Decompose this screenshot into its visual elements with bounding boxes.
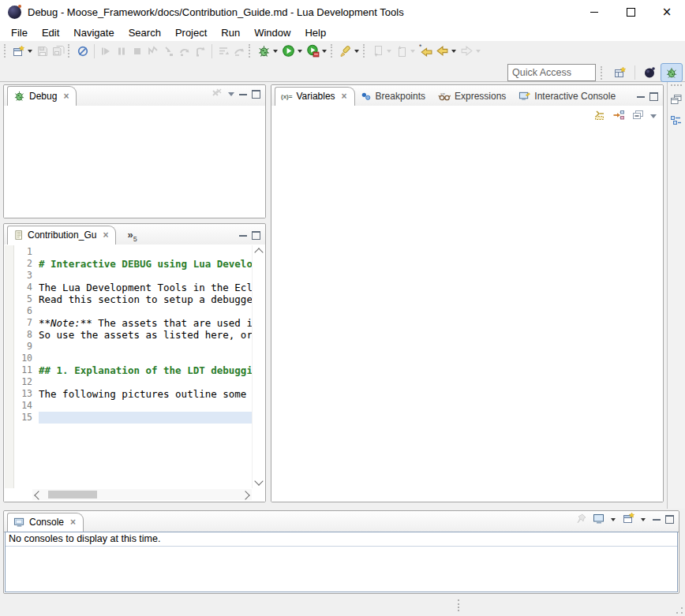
menu-item[interactable]: Window	[247, 25, 298, 40]
scrollbar-thumb[interactable]	[48, 491, 97, 498]
forward-button[interactable]	[459, 42, 475, 61]
lua-perspective-button[interactable]	[638, 63, 661, 82]
editor-maximize-icon[interactable]	[252, 231, 260, 240]
previous-annotation-button[interactable]	[394, 42, 410, 61]
tab-interactive-console[interactable]: Interactive Console	[513, 88, 623, 106]
toolbar-grip[interactable]	[601, 66, 605, 80]
back-button[interactable]	[434, 42, 451, 61]
open-console-dropdown[interactable]	[641, 518, 646, 521]
menu-item[interactable]: File	[4, 25, 35, 40]
new-wizard-button[interactable]	[11, 42, 27, 61]
toolbar-grip[interactable]	[331, 44, 335, 58]
run-dropdown[interactable]	[298, 50, 302, 53]
menu-item[interactable]: Run	[214, 25, 247, 40]
display-console-dropdown[interactable]	[611, 518, 616, 521]
editor-minimize-icon[interactable]	[239, 233, 247, 237]
menu-item[interactable]: Project	[168, 25, 214, 40]
new-wizard-dropdown[interactable]	[28, 50, 32, 53]
status-drag-handle[interactable]	[458, 599, 459, 611]
resume-button[interactable]	[98, 42, 114, 61]
console-maximize-icon[interactable]	[665, 515, 674, 524]
collapse-all-button[interactable]	[631, 109, 645, 124]
editor-horizontal-scrollbar[interactable]	[32, 489, 252, 500]
debug-maximize-icon[interactable]	[252, 90, 260, 99]
variables-view-content[interactable]	[271, 106, 663, 502]
toolbar-grip[interactable]	[363, 44, 367, 58]
scroll-down-icon[interactable]	[254, 476, 263, 485]
tab-variables[interactable]: (x)= Variables ×	[275, 87, 355, 106]
quick-access-input[interactable]	[507, 64, 596, 81]
toolbar-grip[interactable]	[249, 44, 253, 58]
terminate-button[interactable]	[129, 42, 145, 61]
external-tools-dropdown[interactable]	[322, 50, 327, 53]
toolbar-grip[interactable]	[68, 44, 72, 58]
menu-item[interactable]: Edit	[35, 25, 66, 40]
back-dropdown[interactable]	[451, 50, 456, 53]
step-return-button[interactable]	[193, 42, 208, 61]
step-into-button[interactable]	[161, 42, 177, 61]
variables-minimize-icon[interactable]	[637, 94, 645, 98]
menu-item[interactable]: Navigate	[66, 25, 121, 40]
tab-variables-close-icon[interactable]: ×	[342, 91, 347, 101]
maximize-window-button[interactable]	[612, 0, 649, 24]
open-perspective-button[interactable]	[609, 63, 631, 82]
debug-button[interactable]	[256, 42, 272, 61]
hidden-editors-chevron[interactable]: »5	[127, 229, 137, 245]
run-button[interactable]	[280, 42, 297, 61]
debug-minimize-icon[interactable]	[239, 91, 247, 95]
console-content[interactable]: No consoles to display at this time.	[5, 532, 678, 592]
external-tools-button[interactable]	[305, 42, 321, 61]
pin-console-button[interactable]	[575, 513, 588, 527]
variables-maximize-icon[interactable]	[649, 92, 658, 101]
show-logical-structure-button[interactable]	[612, 109, 626, 124]
mark-occurrences-dropdown[interactable]	[354, 50, 359, 53]
forward-dropdown[interactable]	[476, 50, 481, 53]
tab-breakpoints[interactable]: Breakpoints	[355, 88, 432, 106]
debug-dropdown[interactable]	[273, 50, 278, 53]
tab-console-close-icon[interactable]: ×	[70, 517, 76, 527]
outline-view-button[interactable]	[670, 114, 683, 129]
variables-view-menu-icon[interactable]	[650, 114, 657, 118]
editor-vertical-scrollbar[interactable]	[252, 245, 264, 488]
skip-all-breakpoints-button[interactable]	[75, 42, 91, 61]
scroll-left-icon[interactable]	[34, 491, 43, 499]
tab-expressions[interactable]: x= Expressions	[432, 88, 513, 106]
tab-debug-close-icon[interactable]: ×	[63, 91, 69, 101]
tab-editor-close-icon[interactable]: ×	[103, 230, 108, 240]
window-resize-grip[interactable]	[676, 607, 683, 614]
last-edit-location-button[interactable]: *	[417, 42, 434, 61]
restore-view-button[interactable]	[670, 94, 683, 108]
console-minimize-icon[interactable]	[653, 517, 661, 521]
minimize-window-button[interactable]	[576, 0, 612, 24]
step-filter-config-button[interactable]	[231, 42, 247, 61]
scroll-right-icon[interactable]	[241, 491, 249, 499]
next-annotation-dropdown[interactable]	[387, 50, 391, 53]
tab-editor-contribution-guide[interactable]: Contribution_Gu ×	[7, 226, 116, 245]
suspend-button[interactable]	[114, 42, 129, 61]
toolbar-grip[interactable]	[4, 44, 8, 58]
remove-all-terminated-button[interactable]	[211, 88, 223, 101]
scroll-up-icon[interactable]	[254, 248, 263, 256]
annotation-ruler[interactable]	[5, 245, 14, 488]
display-selected-console-button[interactable]	[593, 513, 605, 527]
tab-console[interactable]: Console ×	[7, 513, 84, 532]
save-button[interactable]	[35, 42, 51, 61]
next-annotation-button[interactable]	[370, 42, 386, 61]
step-over-button[interactable]	[177, 42, 193, 61]
save-all-button[interactable]	[51, 42, 66, 61]
editor-text-area[interactable]: 1 2 # Interactive DEBUG using Lua Develo…	[14, 246, 252, 488]
use-step-filters-button[interactable]	[215, 42, 231, 61]
tab-debug[interactable]: Debug ×	[7, 86, 77, 106]
debug-view-menu-icon[interactable]	[228, 92, 234, 96]
show-type-names-button[interactable]	[593, 109, 607, 124]
trim-drag-handle[interactable]	[671, 84, 682, 88]
menu-item[interactable]: Search	[122, 25, 168, 40]
debug-view-content[interactable]	[4, 106, 265, 218]
mark-occurrences-button[interactable]	[338, 42, 354, 61]
debug-perspective-button[interactable]	[661, 63, 683, 82]
previous-annotation-dropdown[interactable]	[410, 50, 415, 53]
close-window-button[interactable]: ×	[649, 0, 685, 24]
menu-item[interactable]: Help	[298, 25, 333, 40]
disconnect-button[interactable]	[145, 42, 161, 61]
open-console-button[interactable]	[623, 512, 635, 527]
